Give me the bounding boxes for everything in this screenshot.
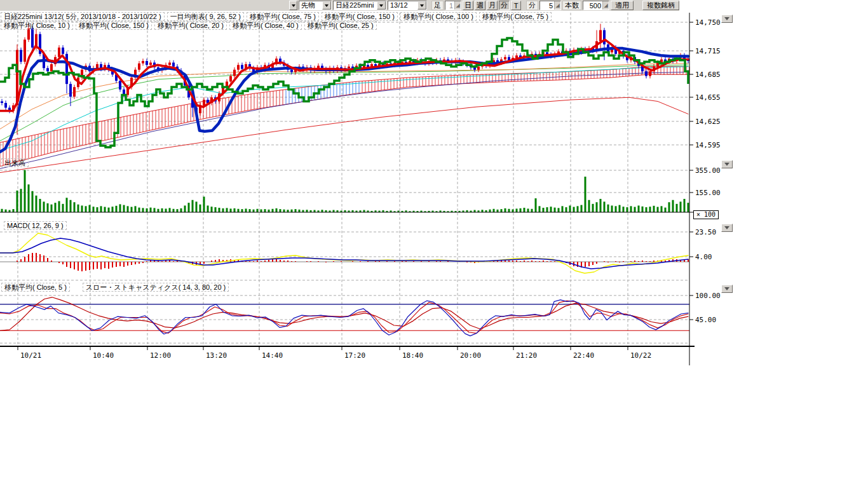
stoch-panel-dropdown-button[interactable] (721, 285, 733, 293)
svg-text:18:40: 18:40 (402, 351, 423, 360)
legend-item: 移動平均( Close, 10 ) (1, 21, 73, 30)
legend-item: 移動平均( Close, 150 ) (322, 12, 398, 21)
chart-canvas[interactable]: 10/2110:4012:0013:2014:4017:2018:4020:00… (0, 0, 737, 369)
svg-text:12:00: 12:00 (150, 351, 171, 360)
svg-text:10/21: 10/21 (20, 351, 41, 360)
price-panel-dropdown-button[interactable] (721, 15, 733, 23)
legend-item: 移動平均( Close, 100 ) (400, 12, 477, 21)
volume-panel-dropdown-button[interactable] (721, 160, 733, 168)
svg-text:23.50: 23.50 (695, 228, 716, 236)
legend-item: 移動平均( Close, 40 ) (229, 21, 302, 30)
indicator-legend-row1: 日経225mini 13/12( 5分, 2013/10/18 - 2013/1… (1, 12, 552, 21)
svg-text:45.00: 45.00 (695, 316, 716, 324)
chevron-down-icon (724, 226, 729, 229)
svg-text:22:40: 22:40 (573, 351, 594, 360)
svg-text:14,750: 14,750 (695, 18, 721, 27)
svg-text:20:00: 20:00 (460, 351, 481, 360)
volume-multiplier-badge: × 100 (693, 210, 719, 219)
svg-text:10/22: 10/22 (630, 351, 651, 360)
legend-item: 移動平均( Close, 5 ) (1, 283, 70, 292)
svg-text:21:20: 21:20 (516, 351, 537, 360)
svg-text:13:20: 13:20 (206, 351, 227, 360)
svg-text:10:40: 10:40 (93, 351, 114, 360)
chevron-down-icon (724, 287, 729, 290)
legend-item: 一目均衡表( 9, 26, 52 ) (167, 12, 244, 21)
svg-text:14,715: 14,715 (695, 47, 721, 55)
legend-item: 移動平均( Close, 150 ) (76, 21, 152, 30)
chevron-down-icon (724, 17, 729, 20)
svg-text:14,595: 14,595 (695, 141, 721, 149)
svg-text:155.00: 155.00 (695, 189, 721, 197)
macd-panel-dropdown-button[interactable] (721, 224, 733, 232)
svg-text:4.00: 4.00 (695, 253, 712, 261)
volume-panel-label: 出来高 (1, 158, 29, 167)
macd-panel-label: MACD( 12, 26, 9 ) (4, 221, 67, 230)
chevron-down-icon (724, 163, 729, 166)
legend-item: 日経225mini 13/12( 5分, 2013/10/18 - 2013/1… (1, 12, 165, 21)
svg-text:14,625: 14,625 (695, 118, 721, 126)
svg-text:14,655: 14,655 (695, 93, 721, 102)
chart-application-window: 先物 日経225mini 13/12 足 1 ◢ 日 週 月 分 T 分 5 ◢… (0, 0, 868, 488)
svg-text:100.00: 100.00 (695, 292, 721, 300)
legend-item: 移動平均( Close, 75 ) (479, 12, 552, 21)
legend-item: 移動平均( Close, 25 ) (304, 21, 377, 30)
svg-text:14:40: 14:40 (262, 351, 283, 360)
indicator-legend-row2: 移動平均( Close, 10 )移動平均( Close, 150 )移動平均(… (1, 21, 377, 30)
svg-text:14,685: 14,685 (695, 71, 721, 79)
svg-text:355.00: 355.00 (695, 166, 721, 175)
legend-item: スロー・ストキャスティクス( 14, 3, 80, 20 ) (83, 283, 229, 292)
legend-item: 移動平均( Close, 75 ) (247, 12, 319, 21)
stoch-panel-labels: 移動平均( Close, 5 )スロー・ストキャスティクス( 14, 3, 80… (1, 283, 229, 292)
svg-text:17:20: 17:20 (344, 351, 365, 360)
legend-item: 移動平均( Close, 20 ) (154, 21, 227, 30)
